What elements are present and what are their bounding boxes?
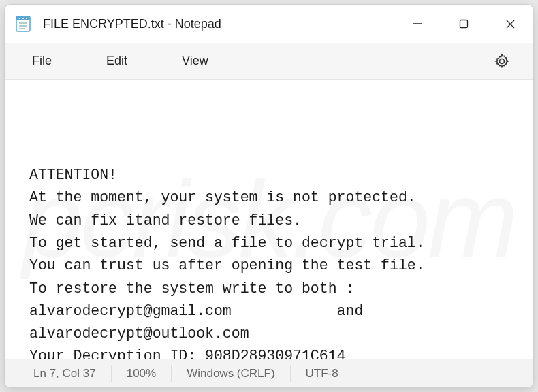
menu-view[interactable]: View (171, 48, 219, 74)
svg-point-3 (22, 18, 24, 19)
window-controls (394, 5, 533, 43)
document-text: ATTENTION! At the moment, your system is… (29, 164, 511, 359)
settings-button[interactable] (487, 46, 517, 76)
statusbar: Ln 7, Col 37 100% Windows (CRLF) UTF-8 (5, 359, 533, 387)
close-button[interactable] (487, 5, 533, 43)
status-zoom[interactable]: 100% (112, 365, 172, 382)
notepad-icon (14, 15, 32, 33)
text-area[interactable]: pcrisk.com ATTENTION! At the moment, you… (5, 80, 533, 359)
svg-point-4 (26, 18, 27, 19)
menu-edit[interactable]: Edit (95, 48, 138, 74)
menu-file[interactable]: File (21, 48, 63, 74)
svg-point-2 (19, 18, 20, 19)
status-encoding: UTF-8 (291, 365, 353, 382)
status-position: Ln 7, Col 37 (18, 365, 112, 382)
maximize-button[interactable] (441, 5, 487, 43)
status-line-ending: Windows (CRLF) (172, 365, 290, 382)
titlebar[interactable]: FILE ENCRYPTED.txt - Notepad (5, 5, 533, 43)
svg-rect-9 (460, 20, 468, 28)
notepad-window: FILE ENCRYPTED.txt - Notepad File Edit V… (4, 4, 534, 388)
gear-icon (494, 53, 510, 69)
window-title: FILE ENCRYPTED.txt - Notepad (43, 17, 394, 31)
menubar: File Edit View (5, 43, 533, 80)
minimize-button[interactable] (394, 5, 441, 43)
